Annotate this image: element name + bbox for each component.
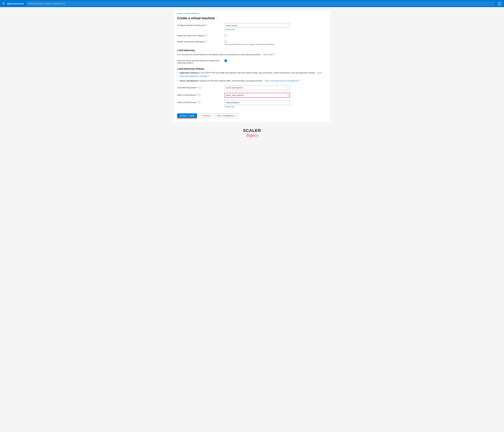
previous-button[interactable]: < Previous <box>199 113 213 118</box>
page-ellipsis-menu[interactable]: ··· <box>216 17 218 20</box>
place-vm-row: Place this virtual machine behind an exi… <box>177 59 327 64</box>
delete-nic-row: Delete NIC when VM is deleted i <box>177 33 327 37</box>
accel-networking-control: The selected VM size does not support ac… <box>225 39 327 45</box>
place-vm-checkbox[interactable] <box>225 60 227 62</box>
select-pool-info-icon[interactable]: i <box>198 101 200 104</box>
azure-lb-link[interactable]: Learn more about Azure Load Balancer ⧉ <box>264 80 300 82</box>
load-balancing-heading: Load balancing <box>177 49 327 52</box>
lb-settings-heading: Load balancing settings <box>177 68 327 70</box>
lb-options-info-icon[interactable]: i <box>199 86 201 89</box>
breadcrumb-sep1: > <box>183 13 184 14</box>
select-pool-label: Select a backend pool * i <box>177 100 222 104</box>
bottom-nav: Review + create < Previous Next : Manage… <box>174 111 330 118</box>
select-pool-select-wrapper: mybackendpool ⌄ <box>225 100 290 105</box>
nsg-label: Configure network security group * <box>177 23 222 26</box>
breadcrumb-sep2: > <box>199 13 200 14</box>
scaler-top-text: SCALER <box>243 129 261 133</box>
learn-more-lb-link[interactable]: Learn more ⧉ <box>263 53 275 56</box>
nsg-row: Configure network security group * (new)… <box>177 23 327 31</box>
lb-bullet-item-1: Application Gateway is an HTTP/HTTPS web… <box>177 71 327 78</box>
lb-options-row: Load balancing options * i Azure load ba… <box>177 86 327 90</box>
select-pool-row: Select a backend pool * i mybackendpool … <box>177 100 327 108</box>
app-gateway-text: is an HTTP/HTTPS web traffic load balanc… <box>199 72 315 74</box>
breadcrumb-vms[interactable]: Virtual machines <box>184 12 199 15</box>
select-lb-info-icon[interactable]: i <box>198 94 201 96</box>
lb-options-select[interactable]: Azure load balancer <box>225 86 290 90</box>
accel-networking-label: Enable accelerated networking i <box>177 39 222 43</box>
brand-name: Microsoft Azure <box>7 2 24 5</box>
azure-lb-bold: Azure Load Balancer <box>180 80 199 82</box>
azure-navbar: ☰ Microsoft Azure □ <box>0 0 504 7</box>
load-balancing-desc: You can place this virtual machine in th… <box>177 53 327 56</box>
select-lb-select-wrapper: demo_load_balancer ⌄ <box>225 93 290 98</box>
external-link-icon: ⧉ <box>273 53 275 55</box>
nsg-select[interactable]: (new) mynsg <box>225 23 290 28</box>
lb-bullet-item-2: Azure Load Balancer supports all TCP/UDP… <box>177 79 327 82</box>
select-pool-required: * <box>197 101 198 104</box>
delete-nic-control <box>225 33 327 37</box>
pool-create-new-link[interactable]: Create new <box>225 105 234 108</box>
content-card: Home > Virtual machines > Create a virtu… <box>173 10 331 123</box>
hamburger-icon[interactable]: ☰ <box>2 2 5 5</box>
accel-networking-row: Enable accelerated networking i The sele… <box>177 39 327 45</box>
search-input[interactable] <box>26 1 495 6</box>
breadcrumb: Home > Virtual machines > <box>174 10 330 16</box>
page-title-row: Create a virtual machine ··· <box>174 16 330 23</box>
scaler-footer: SCALER Topics <box>173 129 331 142</box>
lb-options-control: Azure load balancer ⌄ <box>225 86 327 90</box>
ext-icon-1: ⧉ <box>208 75 209 76</box>
select-pool-select[interactable]: mybackendpool <box>225 100 290 105</box>
nsg-create-new-link[interactable]: Create new <box>225 28 234 31</box>
accel-networking-info-icon[interactable]: i <box>204 40 207 43</box>
accel-networking-checkbox[interactable] <box>225 40 227 43</box>
form-content: Configure network security group * (new)… <box>174 23 330 108</box>
select-lb-row: Select a load balancer * i demo_load_bal… <box>177 93 327 98</box>
place-vm-control <box>225 59 327 62</box>
breadcrumb-home[interactable]: Home <box>177 12 182 15</box>
page-wrapper: Home > Virtual machines > Create a virtu… <box>171 7 333 145</box>
lb-bullet-list: Application Gateway is an HTTP/HTTPS web… <box>177 71 327 82</box>
select-lb-required: * <box>197 94 198 96</box>
next-button[interactable]: Next : Management > <box>215 113 238 118</box>
delete-nic-info-icon[interactable]: i <box>205 34 207 37</box>
lb-options-required: * <box>198 86 198 89</box>
nsg-control: (new) mynsg ⌄ Create new <box>225 23 327 31</box>
ext-icon-2: ⧉ <box>299 79 300 81</box>
scaler-logo: SCALER Topics <box>243 129 261 138</box>
app-gateway-bold: Application Gateway <box>180 72 198 74</box>
accel-networking-helper: The selected VM size does not support ac… <box>225 43 327 45</box>
nsg-select-wrapper: (new) mynsg ⌄ <box>225 23 290 28</box>
delete-nic-label: Delete NIC when VM is deleted i <box>177 33 222 37</box>
page-title: Create a virtual machine <box>177 16 215 20</box>
place-vm-label: Place this virtual machine behind an exi… <box>177 59 222 64</box>
lb-options-select-wrapper: Azure load balancer ⌄ <box>225 86 290 90</box>
review-create-button[interactable]: Review + create <box>177 113 197 118</box>
select-lb-control: demo_load_balancer ⌄ <box>225 93 327 98</box>
delete-nic-checkbox[interactable] <box>225 34 227 37</box>
azure-lb-text: supports all TCP/UDP network traffic, po… <box>199 80 263 82</box>
select-pool-control: mybackendpool ⌄ Create new <box>225 100 327 108</box>
select-lb-select[interactable]: demo_load_balancer <box>225 93 290 98</box>
nsg-required-star: * <box>206 24 207 26</box>
lb-options-label: Load balancing options * i <box>177 86 222 89</box>
scaler-bottom-text: Topics <box>243 133 261 138</box>
portal-icon[interactable]: □ <box>497 1 502 6</box>
select-lb-label: Select a load balancer * i <box>177 93 222 96</box>
